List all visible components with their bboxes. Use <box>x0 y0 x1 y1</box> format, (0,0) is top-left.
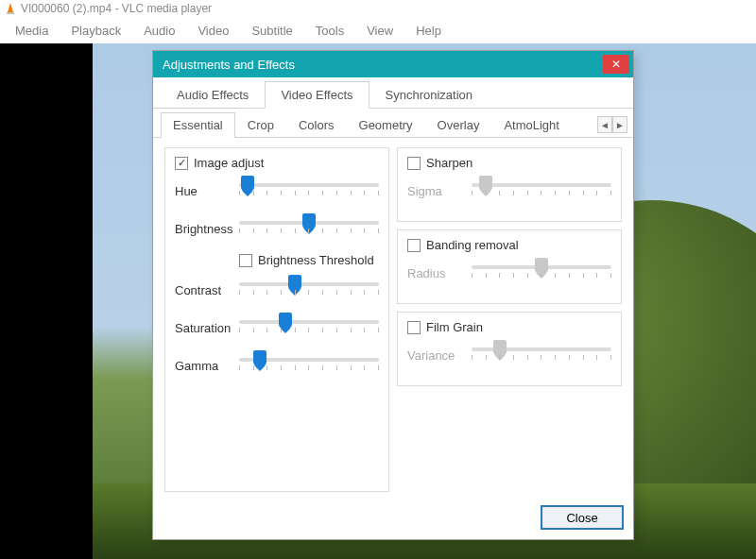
sigma-slider[interactable] <box>472 178 611 204</box>
main-menu: Media Playback Audio Video Subtitle Tool… <box>0 17 756 43</box>
sharpen-label: Sharpen <box>426 156 472 170</box>
contrast-label: Contrast <box>175 283 239 297</box>
variance-label: Variance <box>407 348 472 363</box>
dialog-title: Adjustments and Effects <box>163 58 295 72</box>
window-titlebar: VI000060 (2).mp4 - VLC media player <box>0 0 756 17</box>
brightness-threshold-label: Brightness Threshold <box>258 253 374 267</box>
adjustments-dialog: Adjustments and Effects ✕ Audio Effects … <box>152 50 634 540</box>
tab-crop[interactable]: Crop <box>235 112 286 137</box>
hue-label: Hue <box>175 184 239 198</box>
image-adjust-checkbox[interactable]: ✓ <box>175 157 188 170</box>
radius-label: Radius <box>407 266 472 280</box>
banding-checkbox[interactable] <box>407 239 421 252</box>
tab-atmolight[interactable]: AtmoLight <box>491 112 572 137</box>
brightness-threshold-checkbox[interactable] <box>239 254 252 267</box>
tab-video-effects[interactable]: Video Effects <box>265 81 369 109</box>
banding-label: Banding removal <box>426 238 519 252</box>
sharpen-group: Sharpen Sigma <box>397 147 622 222</box>
window-title: VI000060 (2).mp4 - VLC media player <box>21 2 212 15</box>
video-blackbar <box>0 43 93 559</box>
close-icon: ✕ <box>611 58 621 71</box>
tab-scroll-left[interactable]: ◄ <box>597 116 612 133</box>
sigma-label: Sigma <box>407 184 472 198</box>
grain-group: Film Grain Variance <box>397 312 622 386</box>
saturation-slider[interactable] <box>239 314 379 341</box>
outer-tabs: Audio Effects Video Effects Synchronizat… <box>153 77 633 109</box>
tab-colors[interactable]: Colors <box>286 112 347 137</box>
tab-audio-effects[interactable]: Audio Effects <box>161 81 265 108</box>
gamma-label: Gamma <box>175 359 239 373</box>
banding-group: Banding removal Radius <box>397 229 622 304</box>
menu-subtitle[interactable]: Subtitle <box>242 22 301 40</box>
menu-media[interactable]: Media <box>6 22 58 40</box>
menu-view[interactable]: View <box>357 22 403 40</box>
tab-synchronization[interactable]: Synchronization <box>369 81 490 108</box>
variance-slider[interactable] <box>472 342 611 368</box>
contrast-slider[interactable] <box>239 277 379 303</box>
hue-slider[interactable] <box>239 178 379 204</box>
tab-essential[interactable]: Essential <box>161 112 235 138</box>
grain-label: Film Grain <box>426 320 483 334</box>
radius-slider[interactable] <box>472 260 611 286</box>
menu-tools[interactable]: Tools <box>306 22 353 40</box>
tab-geometry[interactable]: Geometry <box>347 112 425 137</box>
sharpen-checkbox[interactable] <box>407 157 421 170</box>
menu-audio[interactable]: Audio <box>134 22 184 40</box>
svg-marker-0 <box>8 3 13 12</box>
svg-rect-1 <box>7 12 14 14</box>
menu-help[interactable]: Help <box>406 22 451 40</box>
menu-video[interactable]: Video <box>188 22 238 40</box>
image-adjust-label: Image adjust <box>194 156 264 170</box>
brightness-label: Brightness <box>175 222 239 236</box>
gamma-slider[interactable] <box>239 352 379 379</box>
chevron-left-icon: ◄ <box>600 120 610 130</box>
brightness-slider[interactable] <box>239 215 379 242</box>
dialog-close-button[interactable]: ✕ <box>603 55 629 74</box>
grain-checkbox[interactable] <box>407 321 421 334</box>
image-adjust-group: ✓ Image adjust Hue Brightness Brightness… <box>164 147 389 492</box>
tab-scroll-right[interactable]: ► <box>612 116 627 133</box>
inner-tabs: Essential Crop Colors Geometry Overlay A… <box>153 109 633 138</box>
menu-playback[interactable]: Playback <box>61 22 130 40</box>
close-button[interactable]: Close <box>541 505 624 530</box>
tab-overlay[interactable]: Overlay <box>425 112 492 137</box>
chevron-right-icon: ► <box>615 120 625 130</box>
saturation-label: Saturation <box>175 321 239 335</box>
dialog-titlebar[interactable]: Adjustments and Effects ✕ <box>153 51 633 77</box>
vlc-cone-icon <box>6 3 15 14</box>
